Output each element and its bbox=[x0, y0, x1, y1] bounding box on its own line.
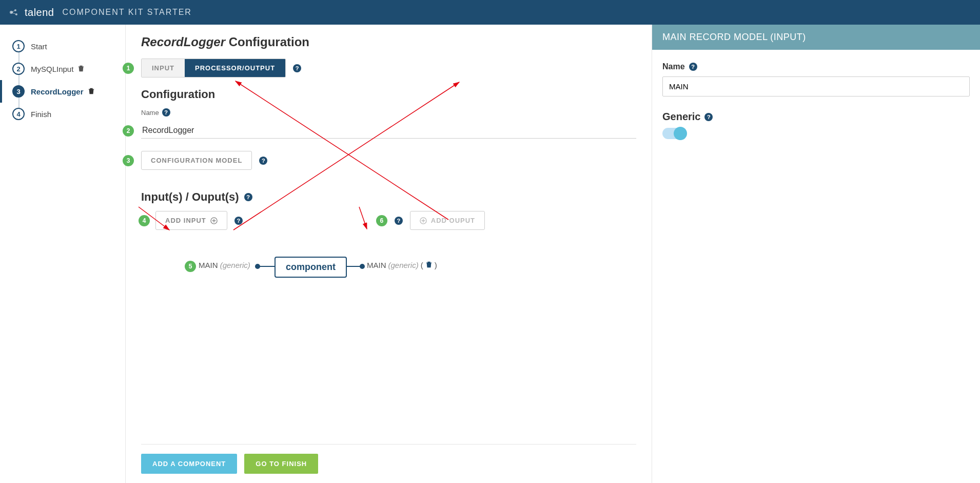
help-icon[interactable]: ? bbox=[395, 217, 403, 225]
component-type-toggle: INPUT PROCESSOR/OUTPUT bbox=[141, 59, 286, 78]
help-icon[interactable]: ? bbox=[234, 217, 243, 225]
wizard-sidebar: 1 Start 2 MySQLInput 3 RecordLogger 4 Fi… bbox=[0, 25, 126, 483]
brand-name: talend bbox=[25, 7, 54, 18]
help-icon[interactable]: ? bbox=[293, 64, 301, 72]
io-heading: Input(s) / Ouput(s) ? bbox=[141, 190, 636, 204]
component-box: component bbox=[275, 257, 347, 278]
diagram-output-label[interactable]: MAIN (generic) ( ) bbox=[367, 261, 437, 269]
connector-line bbox=[346, 266, 361, 267]
component-name: RecordLogger bbox=[141, 35, 225, 49]
app-title: COMPONENT KIT STARTER bbox=[63, 8, 192, 17]
trash-icon[interactable] bbox=[88, 87, 95, 96]
panel-generic-label: Generic ? bbox=[662, 111, 970, 123]
step-label: RecordLogger bbox=[31, 87, 84, 96]
configuration-model-button[interactable]: CONFIGURATION MODEL bbox=[141, 151, 252, 170]
help-icon[interactable]: ? bbox=[259, 157, 267, 165]
configuration-heading: Configuration bbox=[141, 88, 636, 101]
step-mysqlinput[interactable]: 2 MySQLInput bbox=[0, 57, 125, 80]
add-component-button[interactable]: ADD A COMPONENT bbox=[141, 454, 237, 474]
panel-title: MAIN RECORD MODEL (INPUT) bbox=[652, 25, 980, 50]
step-start[interactable]: 1 Start bbox=[0, 35, 125, 57]
generic-toggle[interactable] bbox=[662, 128, 686, 139]
go-to-finish-button[interactable]: GO TO FINISH bbox=[244, 454, 318, 474]
annotation-badge-3: 3 bbox=[123, 155, 134, 166]
panel-name-label: Name ? bbox=[662, 62, 970, 71]
annotation-badge-5: 5 bbox=[185, 261, 196, 272]
step-number: 2 bbox=[12, 63, 25, 75]
main-footer: ADD A COMPONENT GO TO FINISH bbox=[141, 444, 636, 483]
panel-name-input[interactable] bbox=[662, 76, 970, 96]
step-recordlogger[interactable]: 3 RecordLogger bbox=[0, 80, 125, 103]
step-label: Finish bbox=[31, 110, 51, 119]
connector-line bbox=[259, 266, 275, 267]
toggle-input[interactable]: INPUT bbox=[142, 59, 185, 77]
toggle-processor-output[interactable]: PROCESSOR/OUTPUT bbox=[185, 59, 285, 77]
annotation-badge-4: 4 bbox=[139, 215, 150, 226]
io-diagram: 5 MAIN (generic) component MAIN (generic… bbox=[141, 250, 636, 292]
connector-dot bbox=[360, 264, 365, 269]
wizard-steps: 1 Start 2 MySQLInput 3 RecordLogger 4 Fi… bbox=[0, 35, 125, 125]
diagram-input-label[interactable]: MAIN (generic) bbox=[199, 261, 250, 269]
add-output-button[interactable]: ADD OUPUT bbox=[410, 211, 485, 230]
step-number: 1 bbox=[12, 40, 25, 52]
trash-icon[interactable] bbox=[77, 65, 85, 73]
record-model-panel: MAIN RECORD MODEL (INPUT) Name ? Generic… bbox=[652, 25, 980, 483]
brand-logo: talend COMPONENT KIT STARTER bbox=[8, 6, 192, 18]
help-icon[interactable]: ? bbox=[162, 108, 170, 117]
step-number: 3 bbox=[12, 85, 25, 98]
help-icon[interactable]: ? bbox=[689, 63, 697, 71]
main-content: RecordLogger Configuration 1 INPUT PROCE… bbox=[126, 25, 652, 483]
talend-icon bbox=[8, 6, 21, 18]
title-suffix: Configuration bbox=[225, 35, 309, 49]
annotation-badge-2: 2 bbox=[123, 125, 134, 137]
add-input-button[interactable]: ADD INPUT bbox=[155, 211, 227, 230]
help-icon[interactable]: ? bbox=[704, 113, 713, 121]
page-title: RecordLogger Configuration bbox=[141, 35, 636, 49]
step-label: Start bbox=[31, 42, 47, 51]
app-header: talend COMPONENT KIT STARTER bbox=[0, 0, 980, 25]
name-field-label: Name ? bbox=[141, 108, 636, 117]
trash-icon[interactable] bbox=[425, 261, 433, 269]
annotation-badge-6: 6 bbox=[376, 215, 387, 226]
step-finish[interactable]: 4 Finish bbox=[0, 103, 125, 125]
help-icon[interactable]: ? bbox=[244, 193, 252, 201]
plus-circle-icon bbox=[210, 217, 218, 224]
component-name-input[interactable] bbox=[141, 123, 636, 139]
step-number: 4 bbox=[12, 108, 25, 120]
plus-circle-icon bbox=[420, 217, 427, 224]
step-label: MySQLInput bbox=[31, 65, 73, 73]
